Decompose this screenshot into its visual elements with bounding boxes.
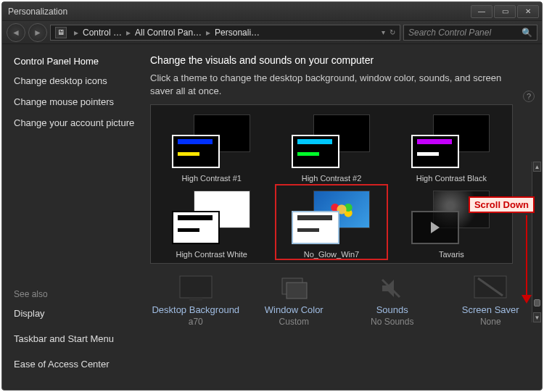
change-desktop-icons-link[interactable]: Change desktop icons <box>14 75 136 88</box>
bottom-subtitle: Custom <box>279 317 309 327</box>
scroll-thumb[interactable] <box>534 299 540 306</box>
breadcrumb-seg[interactable]: Personali… <box>215 28 260 38</box>
chevron-right-icon: ▸ <box>206 28 210 38</box>
theme-name: High Contrast Black <box>416 174 487 183</box>
breadcrumb-seg[interactable]: All Control Pan… <box>135 28 202 38</box>
chevron-right-icon: ▸ <box>126 28 131 38</box>
search-input[interactable]: Search Control Panel 🔍 <box>403 25 537 41</box>
bottom-row: Desktop Background a70 Window Color Cust… <box>150 271 536 330</box>
search-placeholder: Search Control Panel <box>408 28 491 38</box>
bottom-title: Window Color <box>265 304 323 315</box>
theme-thumbnail <box>284 113 379 171</box>
maximize-button[interactable]: ▭ <box>494 5 516 18</box>
theme-high-contrast-black[interactable]: High Contrast Black <box>395 108 508 184</box>
address-bar[interactable]: 🖥 ▸ Control … ▸ All Control Pan… ▸ Perso… <box>50 25 400 41</box>
theme-high-contrast-white[interactable]: High Contrast White <box>155 184 268 260</box>
annotation-label: Scroll Down <box>469 196 535 213</box>
window-color-link[interactable]: Window Color Custom <box>249 271 340 330</box>
window-title: Personalization <box>8 7 469 17</box>
minimize-button[interactable]: — <box>471 5 493 18</box>
bottom-subtitle: None <box>480 317 501 327</box>
personalization-window: Personalization — ▭ ✕ ◄ ► 🖥 ▸ Control … … <box>1 1 543 391</box>
svg-rect-0 <box>180 276 212 298</box>
search-icon: 🔍 <box>522 28 532 38</box>
forward-button[interactable]: ► <box>28 23 47 42</box>
breadcrumb-seg[interactable]: Control … <box>83 28 122 38</box>
bottom-title: Desktop Background <box>152 304 239 315</box>
bottom-subtitle: a70 <box>189 317 203 327</box>
theme-thumbnail <box>165 189 259 247</box>
navbar: ◄ ► 🖥 ▸ Control … ▸ All Control Pan… ▸ P… <box>2 21 542 44</box>
annotation-arrow-icon <box>526 215 527 302</box>
theme-thumbnail <box>284 189 379 247</box>
theme-name: No_Glow_Win7 <box>304 250 359 259</box>
theme-thumbnail <box>404 113 498 171</box>
theme-tavaris[interactable]: Tavaris <box>395 184 508 260</box>
page-heading: Change the visuals and sounds on your co… <box>150 54 536 66</box>
theme-name: High Contrast #1 <box>181 174 242 183</box>
close-button[interactable]: ✕ <box>517 5 539 18</box>
address-dropdown-icon[interactable]: ▾ ↻ <box>382 28 395 36</box>
change-mouse-pointers-link[interactable]: Change mouse pointers <box>14 96 136 109</box>
theme-thumbnail <box>165 113 259 171</box>
scroll-down-button[interactable]: ▼ <box>533 312 541 322</box>
see-also-label: See also <box>14 289 136 299</box>
screen-saver-icon <box>473 274 508 303</box>
sounds-icon <box>375 274 410 303</box>
back-button[interactable]: ◄ <box>7 23 25 42</box>
theme-grid: High Contrast #1 High Contrast #2 High C… <box>150 104 513 264</box>
titlebar: Personalization — ▭ ✕ <box>2 2 542 21</box>
computer-icon: 🖥 <box>55 27 67 38</box>
page-subtext: Click a theme to change the desktop back… <box>150 72 506 97</box>
scroll-up-button[interactable]: ▲ <box>533 162 541 172</box>
window-buttons: — ▭ ✕ <box>469 5 539 18</box>
bottom-subtitle: No Sounds <box>371 317 413 327</box>
sounds-link[interactable]: Sounds No Sounds <box>347 271 438 330</box>
theme-name: High Contrast White <box>176 250 247 259</box>
sidebar: Control Panel Home Change desktop icons … <box>2 44 147 390</box>
theme-no-glow-win7[interactable]: No_Glow_Win7 <box>275 184 387 260</box>
desktop-background-icon <box>178 274 213 303</box>
change-account-picture-link[interactable]: Change your account picture <box>14 117 136 130</box>
control-panel-home-link[interactable]: Control Panel Home <box>14 56 136 67</box>
desktop-background-link[interactable]: Desktop Background a70 <box>150 271 242 330</box>
bottom-title: Screen Saver <box>462 304 519 315</box>
theme-high-contrast-2[interactable]: High Contrast #2 <box>275 108 387 184</box>
ease-of-access-center-link[interactable]: Ease of Access Center <box>14 359 136 371</box>
svg-rect-3 <box>287 283 307 299</box>
content-area: Change the visuals and sounds on your co… <box>147 44 542 390</box>
theme-name: High Contrast #2 <box>302 174 362 183</box>
theme-high-contrast-1[interactable]: High Contrast #1 <box>155 108 268 184</box>
svg-rect-1 <box>189 298 202 301</box>
bottom-title: Sounds <box>376 304 408 315</box>
themes-scrollbar[interactable]: ▲ ▼ <box>532 162 542 322</box>
chevron-right-icon: ▸ <box>74 28 78 38</box>
display-link[interactable]: Display <box>14 308 136 320</box>
window-color-icon <box>276 274 311 303</box>
taskbar-start-menu-link[interactable]: Taskbar and Start Menu <box>14 333 136 346</box>
theme-name: Tavaris <box>439 250 464 259</box>
